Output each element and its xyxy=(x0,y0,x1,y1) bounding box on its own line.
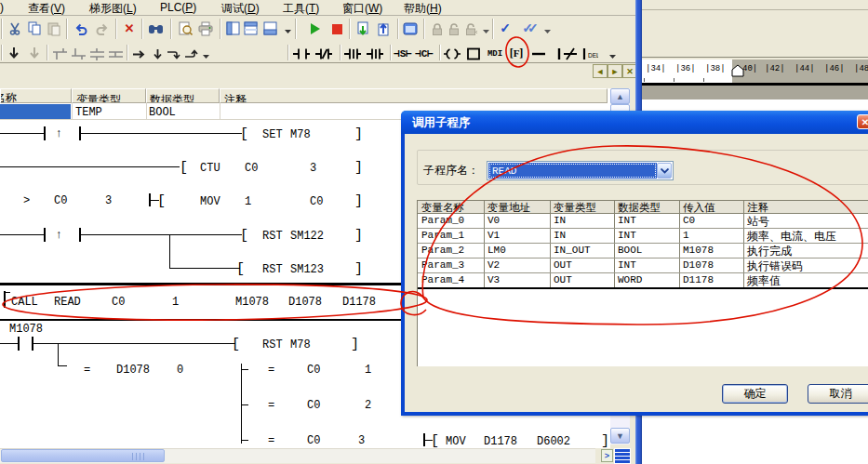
arrow-bend-down-icon[interactable] xyxy=(165,46,181,62)
count-icon[interactable]: ⊣C⊢ xyxy=(416,45,433,61)
subroutine-combo[interactable]: READ xyxy=(487,161,674,180)
ok-button[interactable]: 确定 xyxy=(722,384,788,404)
ruler-tick: |44| xyxy=(795,64,815,73)
undo-icon[interactable] xyxy=(73,20,89,37)
junction2-icon[interactable] xyxy=(70,46,87,62)
toolbar-ladder: ⊣S⊢ ⊣C⊢ MDI [F] DEL xyxy=(0,43,635,62)
mov-op2: C0 xyxy=(310,195,323,208)
param-value[interactable]: D1078 xyxy=(683,259,714,271)
split-handle-icon[interactable] xyxy=(614,448,631,464)
arrow-down2-icon[interactable] xyxy=(26,45,43,61)
view-component-icon[interactable] xyxy=(225,20,242,37)
scroll-down-button[interactable]: ▼ xyxy=(610,428,630,444)
hline-icon[interactable] xyxy=(530,46,547,62)
delete-icon[interactable]: ✕ xyxy=(121,20,138,36)
junction4-icon[interactable] xyxy=(107,46,124,62)
menu-bar: (E) 查看(V) 梯形图(L) PLC(P) 调试(D) 工具(T) 窗口(W… xyxy=(0,0,635,15)
menu-help[interactable]: 帮助(H) xyxy=(404,1,442,15)
contact-no-icon[interactable] xyxy=(293,46,310,62)
contact-pos-icon[interactable] xyxy=(344,46,361,62)
scroll-up-button[interactable]: ▲ xyxy=(610,88,630,104)
compile-icon[interactable]: ✓ xyxy=(497,20,514,36)
box-icon[interactable] xyxy=(465,46,482,62)
var-table-header-vartype[interactable]: 变量类型 xyxy=(72,88,146,103)
arrow-down3-icon[interactable] xyxy=(149,46,166,62)
param-value[interactable]: D1178 xyxy=(683,274,714,285)
lock2-icon[interactable] xyxy=(446,20,462,37)
menu-ladder[interactable]: 梯形图(L) xyxy=(89,1,137,15)
delete-line-icon[interactable]: DEL xyxy=(581,46,598,62)
contact-neg-icon[interactable] xyxy=(367,46,383,62)
var-table-header-name[interactable]: 名称 xyxy=(0,88,72,103)
param-row[interactable]: Param_4 V3 OUT WORD D1178 频率值 xyxy=(418,273,868,287)
param-datatype: INT xyxy=(618,215,636,226)
cut-icon[interactable] xyxy=(7,20,23,37)
menu-edit[interactable]: (E) xyxy=(0,1,4,14)
nav-forward-button[interactable]: ► xyxy=(608,64,622,78)
svg-text:DEL: DEL xyxy=(588,52,598,59)
cmp-op: > xyxy=(23,194,30,207)
param-row[interactable]: Param_1 V1 IN INT 1 频率、电流、电压 xyxy=(418,229,868,244)
ruler-cursor-icon[interactable] xyxy=(730,63,746,78)
arrow-down-icon[interactable] xyxy=(6,45,22,61)
set-coil-icon[interactable]: ⊣S⊢ xyxy=(394,45,411,61)
param-row[interactable]: Param_2 LM0 IN_OUT BOOL M1078 执行完成 xyxy=(418,244,868,259)
dialog-close-button[interactable]: ✕ xyxy=(857,114,868,129)
cmp-b: 3 xyxy=(105,194,112,207)
view-layout3-icon[interactable] xyxy=(262,20,279,37)
contact-nc-icon[interactable] xyxy=(315,46,332,62)
var-type-value[interactable]: TEMP xyxy=(75,106,102,119)
menu-debug[interactable]: 调试(D) xyxy=(221,1,260,15)
combo-dropdown-icon[interactable] xyxy=(657,163,672,179)
cross-line-icon[interactable] xyxy=(562,46,579,62)
menu-tools[interactable]: 工具(T) xyxy=(283,1,319,15)
menu-window[interactable]: 窗口(W) xyxy=(342,1,382,15)
param-row[interactable]: Param_3 V2 OUT INT D1078 执行错误码 xyxy=(418,259,868,273)
ctu-op2: 3 xyxy=(310,162,316,175)
var-table-header-comment[interactable]: 注释 xyxy=(220,88,608,103)
view-layout2-icon[interactable] xyxy=(243,20,260,37)
var-table-header-datatype[interactable]: 数据类型 xyxy=(146,88,220,103)
redo-icon[interactable] xyxy=(94,20,111,37)
print-preview-icon[interactable] xyxy=(177,20,194,37)
cancel-button[interactable]: 取消 xyxy=(808,384,868,404)
stop-icon[interactable] xyxy=(328,20,345,37)
arrow-right-icon[interactable] xyxy=(130,46,147,62)
compile-all-icon[interactable]: ✓✓ xyxy=(516,20,539,36)
arrows-dropdown-icon[interactable] xyxy=(198,49,215,66)
param-table-header: 变量名称 变量地址 变量类型 数据类型 传入值 注释 xyxy=(418,201,868,214)
junction3-icon[interactable] xyxy=(88,46,105,62)
mov-op1: 1 xyxy=(245,195,251,208)
options-icon[interactable] xyxy=(402,20,419,37)
param-name: Param_3 xyxy=(421,259,464,271)
paste-icon[interactable] xyxy=(46,20,62,37)
mdi-icon[interactable]: MDI xyxy=(485,46,505,62)
nav-back-button[interactable]: ◄ xyxy=(593,64,608,78)
compile-dropdown-icon[interactable] xyxy=(540,24,556,41)
copy-icon[interactable] xyxy=(26,20,43,37)
param-value[interactable]: C0 xyxy=(683,215,695,226)
menu-plc[interactable]: PLC(P) xyxy=(160,1,196,14)
menu-view[interactable]: 查看(V) xyxy=(28,1,65,15)
param-value[interactable]: M1078 xyxy=(683,245,714,256)
find-icon[interactable] xyxy=(147,20,164,37)
param-row[interactable]: Param_0 V0 IN INT C0 站号 xyxy=(418,214,868,229)
lock1-icon[interactable] xyxy=(429,20,446,37)
function-icon[interactable]: [F] xyxy=(507,45,526,61)
print-icon[interactable] xyxy=(197,20,214,37)
dialog-title-bar[interactable]: 调用子程序 xyxy=(401,111,868,134)
param-value[interactable]: 1 xyxy=(683,230,689,241)
coil-icon[interactable] xyxy=(444,46,461,62)
cmp-d-a: D1078 xyxy=(116,364,150,377)
upload-icon[interactable] xyxy=(375,20,392,37)
lock3-icon[interactable] xyxy=(462,20,479,37)
junction1-icon[interactable] xyxy=(51,46,68,62)
run-icon[interactable] xyxy=(307,20,324,37)
var-table-selected-cell[interactable] xyxy=(0,104,71,119)
download-icon[interactable] xyxy=(354,20,371,37)
param-addr: V3 xyxy=(487,274,500,285)
data-type-value[interactable]: BOOL xyxy=(149,106,176,119)
hscrollbar-thumb[interactable] xyxy=(1,449,165,462)
arrow-bend-up-icon[interactable] xyxy=(182,46,199,62)
network-next-button[interactable]: > xyxy=(601,449,613,462)
